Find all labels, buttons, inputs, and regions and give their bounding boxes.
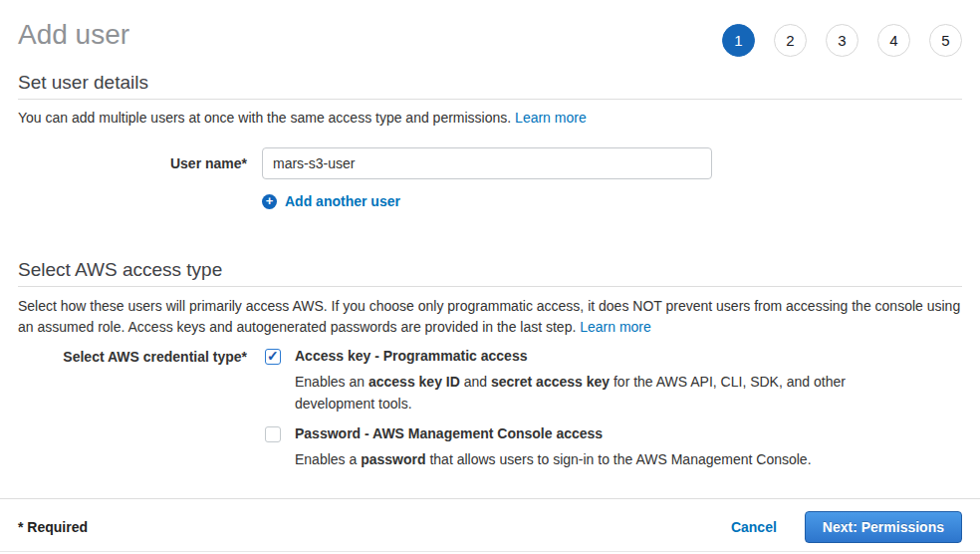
user-details-section-heading: Set user details <box>18 72 962 100</box>
wizard-step-1: 1 <box>722 24 755 57</box>
user-details-learn-more-link[interactable]: Learn more <box>515 110 587 126</box>
footer-actions: Cancel Next: Permissions <box>731 511 962 543</box>
access-key-content: Access key - Programmatic access Enables… <box>295 348 867 415</box>
page-title: Add user <box>18 20 129 50</box>
access-type-section: Select AWS access type Select how these … <box>18 259 962 470</box>
password-title: Password - AWS Management Console access <box>295 425 812 442</box>
password-desc-bold: password <box>361 451 425 467</box>
wizard-footer: * Required Cancel Next: Permissions <box>0 498 980 552</box>
access-key-checkbox[interactable] <box>265 349 281 365</box>
access-type-heading: Select AWS access type <box>18 259 962 281</box>
password-row: Password - AWS Management Console access… <box>18 425 962 470</box>
plus-circle-icon: + <box>262 194 277 209</box>
username-row: User name* <box>18 147 962 179</box>
add-user-page: Add user 1 2 3 4 5 Set user details You … <box>0 0 980 552</box>
add-another-user-button[interactable]: + Add another user <box>262 193 400 209</box>
next-permissions-button[interactable]: Next: Permissions <box>805 511 962 543</box>
wizard-step-4: 4 <box>877 24 910 57</box>
credential-type-label: Select AWS credential type* <box>18 348 247 415</box>
wizard-step-2: 2 <box>774 24 807 57</box>
add-another-user-label: Add another user <box>285 193 400 209</box>
password-label-spacer <box>18 425 247 470</box>
access-key-desc-part: and <box>460 374 491 390</box>
access-type-intro: Select how these users will primarily ac… <box>18 296 962 338</box>
password-desc-part: Enables a <box>295 451 361 467</box>
username-input[interactable] <box>262 147 712 179</box>
wizard-steps: 1 2 3 4 5 <box>722 24 962 57</box>
password-description: Enables a password that allows users to … <box>295 448 812 470</box>
access-key-desc-bold: access key ID <box>368 374 460 390</box>
cancel-button[interactable]: Cancel <box>731 519 777 535</box>
access-key-description: Enables an access key ID and secret acce… <box>295 371 867 415</box>
wizard-step-5: 5 <box>929 24 962 57</box>
access-type-learn-more-link[interactable]: Learn more <box>580 319 651 335</box>
password-desc-part: that allows users to sign-in to the AWS … <box>426 451 812 467</box>
access-key-desc-part: Enables an <box>295 374 368 390</box>
user-details-intro: You can add multiple users at once with … <box>18 110 962 127</box>
user-details-heading: Set user details <box>18 72 962 94</box>
access-key-row: Select AWS credential type* Access key -… <box>18 348 962 415</box>
user-details-intro-text: You can add multiple users at once with … <box>18 110 515 126</box>
access-key-desc-bold: secret access key <box>491 374 610 390</box>
wizard-step-3: 3 <box>826 24 858 57</box>
page-header: Add user 1 2 3 4 5 <box>18 0 962 72</box>
username-label: User name* <box>18 147 247 179</box>
password-content: Password - AWS Management Console access… <box>295 425 812 470</box>
access-type-section-heading: Select AWS access type <box>18 259 962 287</box>
required-note: * Required <box>18 519 88 535</box>
access-key-title: Access key - Programmatic access <box>295 348 867 365</box>
access-type-intro-text: Select how these users will primarily ac… <box>18 298 960 335</box>
password-checkbox[interactable] <box>265 426 281 442</box>
